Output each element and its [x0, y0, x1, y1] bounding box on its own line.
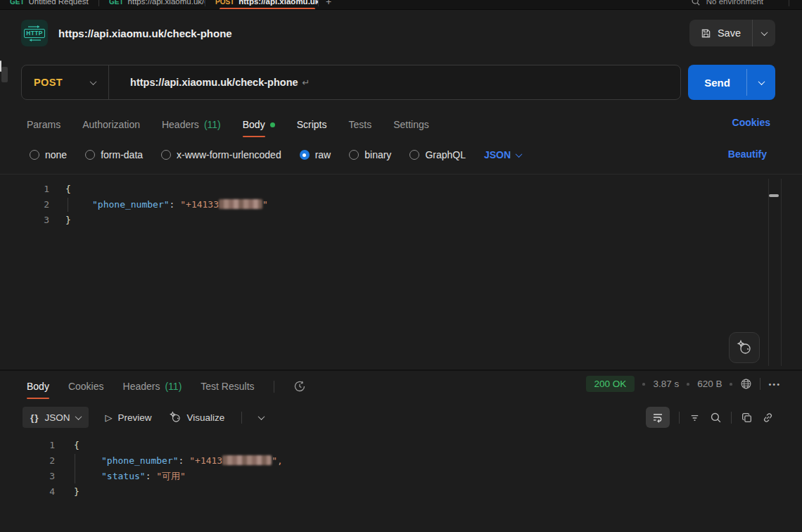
return-key-glyph: ↵	[303, 77, 310, 88]
indent-guide	[68, 198, 68, 212]
radio-icon	[161, 150, 171, 160]
visualize-button[interactable]: Visualize	[169, 411, 225, 424]
divider	[731, 412, 732, 424]
postbot-button[interactable]	[729, 332, 760, 363]
link-icon	[762, 412, 774, 424]
filter-button[interactable]	[689, 412, 701, 424]
response-body-editor[interactable]: 1 { 2 "phone_number": "+1413", 3 "status…	[0, 432, 802, 532]
divider	[760, 378, 760, 390]
response-tab-test-results[interactable]: Test Results	[200, 381, 254, 392]
response-editor-actions	[646, 407, 774, 428]
tab-tests[interactable]: Tests	[348, 119, 371, 130]
environment-selector[interactable]: No environment	[706, 0, 763, 6]
indent-guide	[75, 454, 75, 483]
language-selector[interactable]: JSON	[484, 149, 521, 160]
preview-button[interactable]: ▷ Preview	[106, 412, 152, 423]
send-split-button: Send	[688, 65, 775, 100]
tab-scripts[interactable]: Scripts	[297, 119, 327, 130]
method-selector[interactable]: POST	[22, 65, 108, 99]
response-tab-headers[interactable]: Headers(11)	[123, 381, 182, 392]
request-tabs: Params Authorization Headers(11) Body Sc…	[0, 111, 802, 138]
save-options-button[interactable]	[753, 20, 775, 46]
tab-headers[interactable]: Headers(11)	[162, 119, 221, 130]
radio-none[interactable]: none	[30, 149, 67, 160]
add-tab-button[interactable]: +	[319, 0, 338, 7]
save-button[interactable]: Save	[689, 20, 752, 46]
chevron-down-icon	[758, 78, 765, 85]
radio-icon	[409, 150, 419, 160]
copy-link-button[interactable]	[762, 412, 774, 424]
request-header: HTTP https://api.xiaomu.uk/check-phone S…	[0, 10, 802, 56]
filter-icon	[689, 412, 701, 424]
wrap-text-button[interactable]	[646, 407, 670, 428]
method-badge-get: GET	[10, 0, 25, 6]
chevron-down-icon	[90, 78, 97, 85]
code-line: 1 {	[0, 438, 802, 453]
beautify-link[interactable]: Beautify	[728, 148, 767, 160]
modified-dot-icon	[270, 122, 275, 127]
response-format-selector[interactable]: {} JSON	[23, 407, 89, 428]
code-line: 3 "status": "可用"	[0, 469, 802, 484]
request-body-editor[interactable]: 1 { 2 "phone_number": "+14133" 3 }	[0, 175, 802, 369]
status-badge: 200 OK	[586, 376, 635, 392]
visualize-sparkle-icon	[169, 411, 182, 424]
dot-separator	[730, 383, 732, 386]
cookies-link[interactable]: Cookies	[732, 117, 770, 128]
tab-authorization[interactable]: Authorization	[82, 119, 140, 130]
tab-settings[interactable]: Settings	[393, 119, 429, 130]
braces-icon: {}	[30, 412, 39, 423]
line-number: 1	[0, 438, 55, 453]
radio-graphql[interactable]: GraphQL	[409, 149, 466, 160]
history-icon[interactable]	[293, 380, 306, 393]
more-views-chevron[interactable]	[258, 413, 265, 420]
arrow-right-icon	[27, 25, 42, 28]
globe-icon[interactable]	[740, 378, 752, 390]
body-type-bar: none form-data x-www-form-urlencoded raw…	[0, 144, 802, 166]
scrollbar-track	[768, 179, 769, 366]
divider	[241, 412, 242, 424]
url-input[interactable]: https://api.xiaomu.uk/check-phone	[130, 77, 298, 88]
tab-params[interactable]: Params	[27, 119, 61, 130]
wrap-text-icon	[651, 411, 664, 424]
request-title: https://api.xiaomu.uk/check-phone	[58, 27, 232, 39]
chevron-down-icon	[760, 29, 768, 36]
response-tab-cookies[interactable]: Cookies	[68, 381, 104, 392]
http-request-icon: HTTP	[21, 20, 48, 46]
request-tab-2[interactable]: GET https://api.xiaomu.uk/ch	[99, 0, 205, 9]
send-button[interactable]: Send	[688, 65, 746, 100]
divider	[789, 0, 789, 6]
code-line: 2 "phone_number": "+1413",	[0, 453, 802, 469]
radio-raw-selected[interactable]: raw	[300, 149, 331, 160]
request-tab-1[interactable]: GET Untitled Request	[0, 0, 98, 9]
method-label: POST	[34, 77, 63, 88]
response-tab-body-active[interactable]: Body	[27, 381, 49, 392]
code-line: 3 }	[0, 213, 802, 228]
radio-icon	[349, 150, 359, 160]
code-line: 4 }	[0, 484, 802, 500]
send-options-button[interactable]	[747, 65, 775, 100]
radio-selected-icon	[300, 150, 310, 160]
headers-count: (11)	[204, 119, 221, 130]
radio-form-data[interactable]: form-data	[85, 149, 143, 160]
sidebar-collapse-handle[interactable]	[1, 67, 8, 82]
postbot-sparkle-icon	[736, 339, 753, 356]
radio-binary[interactable]: binary	[349, 149, 391, 160]
workspace-tab-strip: GET Untitled Request GET https://api.xia…	[0, 0, 802, 10]
tab-body-active[interactable]: Body	[243, 119, 275, 130]
redacted-phone-digits	[219, 199, 262, 209]
search-icon[interactable]	[691, 0, 701, 6]
code-line: 2 "phone_number": "+14133"	[0, 197, 802, 213]
divider	[108, 65, 109, 99]
scrollbar-thumb[interactable]	[769, 194, 779, 197]
radio-urlencoded[interactable]: x-www-form-urlencoded	[161, 149, 281, 160]
more-options-icon[interactable]: •••	[768, 380, 781, 388]
search-response-button[interactable]	[710, 412, 722, 424]
panel-edge	[781, 179, 782, 366]
chevron-down-icon	[75, 413, 82, 420]
line-number: 3	[0, 213, 49, 228]
radio-icon	[30, 150, 39, 160]
app-window: GET Untitled Request GET https://api.xia…	[0, 0, 802, 532]
http-badge: HTTP	[24, 29, 44, 38]
method-badge-post: POST	[215, 0, 234, 6]
copy-response-button[interactable]	[741, 412, 753, 424]
